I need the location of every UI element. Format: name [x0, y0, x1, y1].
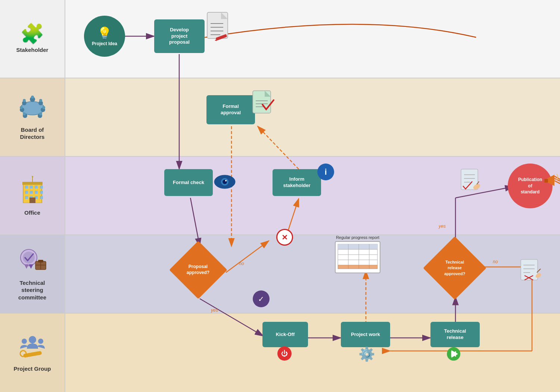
lane-stakeholder-label: 🧩 Stakeholder: [0, 0, 65, 78]
develop-proposal-node: Developprojectproposal: [154, 19, 205, 53]
formal-approval-node: Formalapproval: [206, 95, 255, 124]
info-icon: i: [317, 164, 334, 180]
proposal-approved-node: Proposalapproved?: [169, 241, 227, 299]
project-idea-label: Project Idea: [92, 41, 117, 46]
technical-release-node: Technicalrelease: [430, 322, 480, 347]
inform-stakeholder-label: Informstakeholder: [283, 176, 311, 189]
inform-stakeholder-node: Informstakeholder: [273, 169, 321, 196]
svg-rect-93: [338, 244, 377, 249]
project-icon: [18, 333, 47, 362]
svg-point-11: [20, 106, 23, 109]
svg-point-14: [39, 112, 42, 115]
approval-check-icon: ✓: [253, 290, 270, 307]
formal-approval-label: Formalapproval: [221, 103, 241, 116]
office-text: Office: [24, 209, 40, 217]
svg-rect-25: [25, 196, 28, 199]
lanes-sidebar: 🧩 Stakeholder: [0, 0, 65, 392]
svg-rect-16: [22, 182, 43, 185]
project-work-node: Project work: [341, 322, 390, 347]
project-text: Project Group: [13, 365, 51, 373]
svg-marker-34: [24, 264, 29, 269]
project-work-label: Project work: [351, 332, 380, 338]
svg-marker-35: [29, 264, 33, 269]
lane-office-label: Office: [0, 157, 65, 235]
lane-board-label: Board ofDirectors: [0, 78, 65, 157]
bulb-icon: 💡: [97, 26, 112, 40]
content-area: yes no yes: [65, 0, 560, 392]
svg-point-40: [29, 336, 36, 343]
svg-point-9: [23, 99, 26, 102]
formal-check-node: Formal check: [164, 169, 213, 196]
eye-icon: [214, 172, 236, 193]
lane-bg-stakeholder: [65, 0, 560, 78]
board-text: Board ofDirectors: [20, 126, 45, 141]
megaphone-icon: [543, 172, 560, 194]
svg-rect-18: [30, 186, 33, 189]
tech-release-approved-label: Technicalreleaseapproved?: [444, 259, 465, 277]
office-icon: [19, 175, 46, 206]
formal-check-label: Formal check: [173, 180, 204, 186]
stakeholder-text: Stakeholder: [16, 46, 49, 54]
svg-point-44: [20, 351, 26, 357]
svg-rect-101: [338, 265, 377, 269]
develop-proposal-label: Developprojectproposal: [169, 27, 190, 46]
svg-rect-103: [544, 179, 548, 183]
svg-rect-23: [35, 191, 38, 194]
main-container: 🧩 Stakeholder: [0, 0, 560, 392]
tsc-text: Technicalsteeringcommittee: [18, 279, 46, 301]
svg-rect-20: [40, 186, 43, 189]
regular-progress-title: Regular progress report: [335, 235, 380, 240]
stakeholder-icon: 🧩: [20, 24, 44, 43]
gear-icon: ⚙️: [358, 346, 375, 362]
proposal-document-icon: [205, 10, 231, 46]
proposal-approved-label: Proposalapproved?: [187, 264, 209, 276]
svg-rect-29: [29, 197, 35, 203]
technical-release-label: Technicalrelease: [444, 328, 466, 341]
play-icon: [446, 346, 461, 363]
kick-off-node: Kick-Off: [262, 322, 308, 347]
svg-rect-19: [35, 186, 38, 189]
board-icon: [18, 94, 47, 123]
signing-icon: [457, 167, 483, 195]
regular-progress-label-node: Regular progress report: [335, 235, 380, 273]
svg-rect-22: [30, 191, 33, 194]
kick-off-label: Kick-Off: [276, 332, 295, 338]
svg-point-87: [225, 180, 227, 181]
lane-bg-office: [65, 157, 560, 235]
svg-point-41: [22, 339, 27, 344]
rejection-x-icon: ✕: [276, 229, 293, 246]
svg-point-12: [42, 106, 45, 109]
svg-rect-17: [25, 186, 28, 189]
lane-tsc-label: Technicalsteeringcommittee: [0, 235, 65, 314]
svg-point-10: [39, 99, 42, 102]
svg-rect-24: [40, 191, 43, 194]
power-icon: ⏻: [277, 346, 292, 361]
tech-release-approved-node: Technicalreleaseapproved?: [423, 236, 486, 300]
lane-bg-board: [65, 78, 560, 157]
svg-point-13: [23, 112, 26, 115]
svg-point-42: [38, 339, 43, 344]
rejection-signing-icon: [519, 258, 543, 283]
lane-project-label: Project Group: [0, 314, 65, 392]
svg-rect-28: [40, 196, 43, 199]
tsc-icon: [18, 247, 47, 276]
project-idea-node: 💡 Project Idea: [84, 16, 125, 57]
svg-point-31: [32, 176, 33, 177]
svg-rect-110: [521, 259, 538, 280]
lane-bg-project: [65, 314, 560, 392]
svg-rect-21: [25, 191, 28, 194]
approval-document-icon: [252, 89, 276, 118]
svg-point-8: [31, 96, 34, 99]
